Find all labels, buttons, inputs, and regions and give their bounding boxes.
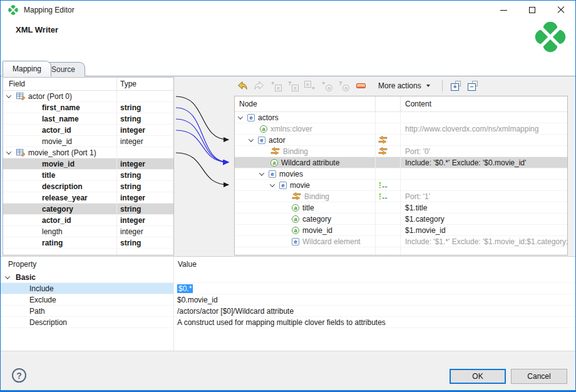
property-row[interactable]: DescriptionA construct used for mapping …: [1, 317, 576, 328]
filler-cell: [1, 328, 174, 351]
field-row[interactable]: release_yearinteger: [3, 192, 173, 204]
node-gutter-cell: [376, 214, 401, 224]
property-row[interactable]: Include$0.*: [1, 283, 576, 294]
close-button[interactable]: [547, 1, 575, 19]
toolbar-separator: [442, 80, 443, 91]
field-row[interactable]: last_namestring: [3, 113, 173, 125]
chevron-down-icon[interactable]: [249, 137, 254, 142]
field-type: string: [117, 113, 173, 124]
column-header-field[interactable]: Field: [3, 78, 117, 90]
tree-row[interactable]: acategory$1.category: [235, 214, 567, 225]
node-content: $1.movie_id: [401, 225, 567, 235]
remove-button[interactable]: [354, 79, 368, 93]
field-cell: movie_id: [3, 158, 117, 169]
field-table-filler: [3, 249, 173, 255]
node-content: [401, 180, 567, 190]
column-header-node[interactable]: Node: [235, 96, 376, 111]
column-header-content[interactable]: Content: [401, 96, 567, 111]
filler-cell: [3, 249, 117, 255]
column-header-property[interactable]: Property: [1, 257, 174, 272]
field-row[interactable]: first_namestring: [3, 102, 173, 113]
tab-mapping[interactable]: Mapping: [3, 61, 51, 76]
node-cell: atitle: [235, 202, 376, 213]
add-child-element-button[interactable]: +e: [269, 79, 283, 93]
node-label: movie_id: [302, 226, 332, 235]
redo-button[interactable]: [252, 79, 266, 93]
tree-row[interactable]: atitle$1.title: [235, 202, 567, 214]
properties-header: Property Value: [1, 257, 576, 272]
field-cell: actor_id: [3, 215, 117, 225]
chevron-down-icon[interactable]: [270, 182, 275, 187]
maximize-button[interactable]: [518, 1, 547, 19]
tree-row[interactable]: eactors: [235, 112, 567, 123]
property-value-cell[interactable]: /actors/actor [$0]/Wildcard attribute: [174, 306, 576, 316]
tree-row[interactable]: amovie_id$1.movie_id: [235, 225, 567, 236]
property-row[interactable]: Exclude$0.movie_id: [1, 294, 576, 306]
help-button[interactable]: ?: [12, 368, 26, 383]
tree-row[interactable]: BindingPort: '1': [235, 191, 567, 202]
add-sibling-element-button[interactable]: e+: [303, 79, 317, 93]
property-group-value: [174, 272, 576, 282]
minimize-button[interactable]: [489, 1, 518, 19]
node-tree: Node Content eactorsaxmlns:cloverhttp://…: [234, 96, 568, 255]
more-actions-button[interactable]: More actions: [373, 79, 435, 93]
node-gutter-cell: [376, 202, 401, 213]
chevron-down-icon[interactable]: [6, 149, 11, 154]
field-row[interactable]: categorystring: [3, 204, 173, 215]
node-label: Binding: [304, 192, 329, 201]
field-row[interactable]: lengthinteger: [3, 226, 173, 237]
tree-row[interactable]: eWildcard elementInclude: '$1.*' Exclude…: [235, 236, 567, 247]
mapping-arrow: [176, 96, 229, 140]
undo-button[interactable]: [235, 79, 249, 93]
node-gutter-cell: [376, 135, 401, 145]
add-wildcard-element-button[interactable]: ?e: [286, 79, 300, 93]
add-attribute-icon: +a: [321, 80, 332, 91]
add-wildcard-attribute-button[interactable]: ?a: [337, 79, 351, 93]
property-value-cell[interactable]: $0.*: [174, 283, 576, 294]
node-label: actors: [258, 113, 279, 122]
field-row[interactable]: actor_idinteger: [3, 215, 173, 226]
chevron-down-icon[interactable]: [6, 93, 11, 98]
attribute-icon: a: [292, 204, 299, 212]
field-row[interactable]: ratingstring: [3, 237, 173, 249]
field-row[interactable]: movie_short (Port 1): [3, 147, 173, 158]
element-icon: e: [292, 238, 299, 245]
mapping-arrow: [176, 119, 229, 162]
field-row[interactable]: descriptionstring: [3, 181, 173, 192]
add-attribute-button[interactable]: +a: [320, 79, 334, 93]
record-icon: [16, 92, 26, 101]
field-row[interactable]: actor_idinteger: [3, 125, 173, 136]
field-row[interactable]: actor (Port 0): [3, 91, 173, 102]
property-name-cell: Exclude: [1, 294, 174, 305]
collapse-all-button[interactable]: −: [466, 79, 480, 93]
expand-all-button[interactable]: +: [450, 79, 463, 93]
column-header-type[interactable]: Type: [117, 78, 173, 90]
tree-row[interactable]: eactor: [235, 135, 567, 146]
field-label: last_name: [42, 115, 79, 123]
chevron-down-icon[interactable]: [238, 114, 243, 119]
tree-row[interactable]: BindingPort: '0': [235, 146, 567, 157]
tree-row[interactable]: emovies: [235, 168, 567, 180]
property-group-row[interactable]: Basic: [1, 272, 576, 283]
ok-button[interactable]: OK: [450, 369, 506, 384]
field-row[interactable]: titlestring: [3, 170, 173, 181]
node-cell: eactor: [235, 135, 376, 145]
field-row[interactable]: movie_idinteger: [3, 136, 173, 147]
property-value-cell[interactable]: A construct used for mapping multiple cl…: [174, 317, 576, 328]
tree-row[interactable]: axmlns:cloverhttp://www.cloverdx.com/ns/…: [235, 123, 567, 135]
node-content: [401, 135, 567, 145]
cancel-button[interactable]: Cancel: [511, 369, 567, 384]
property-value-cell[interactable]: $0.movie_id: [174, 294, 576, 305]
field-row[interactable]: movie_idinteger: [3, 158, 173, 170]
tree-row[interactable]: aWildcard attributeInclude: '$0.*' Exclu…: [235, 157, 567, 168]
chevron-down-icon[interactable]: [259, 170, 264, 175]
node-cell: axmlns:clover: [235, 123, 376, 134]
property-row[interactable]: Path/actors/actor [$0]/Wildcard attribut…: [1, 306, 576, 317]
chevron-down-icon[interactable]: [5, 274, 10, 279]
tree-row[interactable]: emovie: [235, 180, 567, 191]
column-header-value[interactable]: Value: [174, 257, 576, 272]
field-cell: rating: [3, 237, 117, 248]
node-content: Port: '1': [401, 191, 567, 202]
left-field-table: Field Type actor (Port 0)first_namestrin…: [3, 77, 174, 255]
mapping-arrow: [176, 108, 229, 162]
